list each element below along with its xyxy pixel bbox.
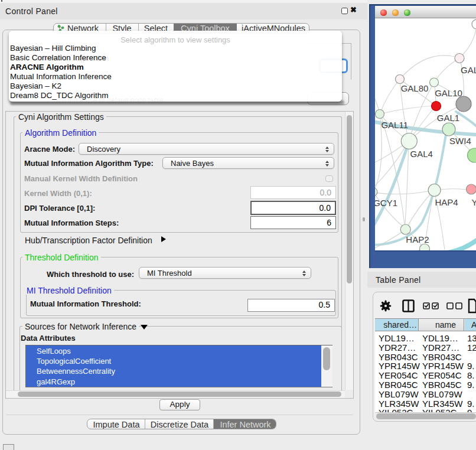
svg-text:GAL11: GAL11 — [381, 120, 408, 130]
svg-text:HAP4: HAP4 — [435, 197, 458, 207]
svg-text:SWI4: SWI4 — [449, 136, 471, 146]
svg-text:GAL4: GAL4 — [410, 149, 433, 159]
svg-text:GCY1: GCY1 — [375, 198, 397, 208]
svg-text:GAL80: GAL80 — [401, 83, 429, 93]
svg-text:HAP2: HAP2 — [406, 234, 429, 244]
svg-text:GAL10: GAL10 — [435, 88, 462, 98]
svg-text:GAL7: GAL7 — [461, 65, 476, 75]
svg-text:YM: YM — [471, 197, 476, 207]
svg-text:GAL1: GAL1 — [437, 113, 459, 123]
